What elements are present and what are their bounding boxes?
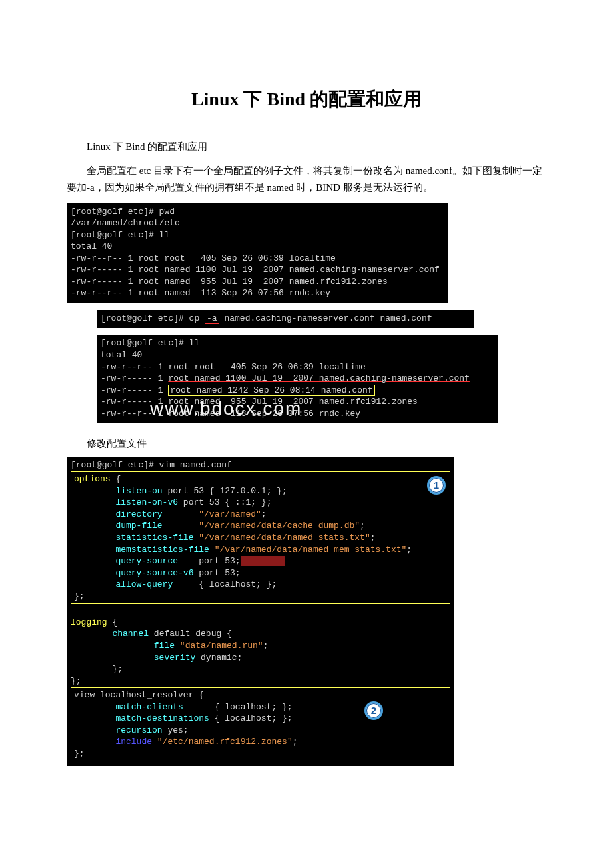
term3-l3f: localtime [319, 362, 366, 372]
term1-l7a: -rw-r----- 1 root named 955 Jul 19 2007 [71, 277, 289, 287]
term1-l5f: localtime [289, 253, 336, 263]
terminal-block-2: [root@golf etc]# cp -a named.caching-nam… [97, 310, 474, 329]
page-title: Linux 下 Bind 的配置和应用 [67, 87, 546, 112]
term3-l2: total 40 [101, 350, 142, 360]
term2-l1a: [root@golf etc]# cp [101, 313, 205, 323]
term3-l4f: nameserver.conf [392, 373, 470, 383]
logging-keyword: logging [71, 617, 107, 627]
term1-l6a: -rw-r----- 1 root named 1100 Jul 19 2007 [71, 265, 289, 275]
caption-modify: 修改配置文件 [67, 435, 546, 453]
include-path: "/etc/named.rfc1912.zones" [157, 737, 293, 747]
term1-l3: [root@golf etc]# ll [71, 230, 169, 240]
term4-header: [root@golf etc]# vim named.conf [71, 460, 232, 470]
term1-l6f: named.caching-nameserver.conf [289, 265, 440, 275]
intro-paragraph: 全局配置在 etc 目录下有一个全局配置的例子文件，将其复制一份改名为 name… [67, 163, 546, 197]
term2-l1b: named.caching-nameserver.conf named.conf [219, 313, 432, 323]
intro-line-1: Linux 下 Bind 的配置和应用 [67, 139, 546, 156]
term1-l1: [root@golf etc]# pwd [71, 207, 175, 217]
terminal-block-1: [root@golf etc]# pwd /var/named/chroot/e… [67, 203, 448, 303]
cp-flag-highlight: -a [205, 313, 219, 324]
term1-l8f: rndc.key [289, 288, 330, 298]
options-keyword: options [74, 474, 111, 484]
term1-l5a: -rw-r--r-- 1 root root 405 Sep 26 06:39 [71, 253, 289, 263]
term1-l8a: -rw-r--r-- 1 root named 113 Sep 26 07:56 [71, 288, 289, 298]
badge-2: 2 [364, 701, 383, 720]
term3-l7f: rndc.key [319, 409, 360, 419]
term3-l4a: -rw-r----- 1 [101, 373, 168, 383]
term3-named-conf-box: root named 1242 Sep 26 08:14 named.conf [168, 385, 374, 396]
term3-l5a: -rw-r----- 1 [101, 385, 168, 395]
options-block-box: options { 1 listen-on port 53 { 127.0.0.… [71, 471, 450, 604]
term3-l6f: named.rfc1912.zones [319, 397, 418, 407]
term3-l3a: -rw-r--r-- 1 root root 405 Sep 26 06:39 [101, 362, 319, 372]
badge-1: 1 [427, 476, 446, 495]
include-keyword: include [74, 737, 152, 747]
term1-l7f: named.rfc1912.zones [289, 277, 388, 287]
terminal-block-3: [root@golf etc]# ll total 40 -rw-r--r-- … [97, 335, 498, 423]
term3-l6mid: root named 955 Jul 19 2007 [168, 397, 318, 407]
term1-l2: /var/named/chroot/etc [71, 218, 180, 228]
terminal-block-4: [root@golf etc]# vim named.conf options … [67, 457, 454, 767]
term3-l1: [root@golf etc]# ll [101, 338, 199, 348]
term3-l4-underline: root named 1100 Jul 19 2007 named.cachin… [168, 373, 391, 383]
view-block-box: view localhost_resolver { 2 match-client… [71, 687, 450, 761]
term3-l7a: -rw-r--r-- 1 root named 113 Sep 26 07:56 [101, 409, 319, 419]
term1-l4: total 40 [71, 241, 112, 251]
term3-l6a: -rw-r----- 1 [101, 397, 168, 407]
